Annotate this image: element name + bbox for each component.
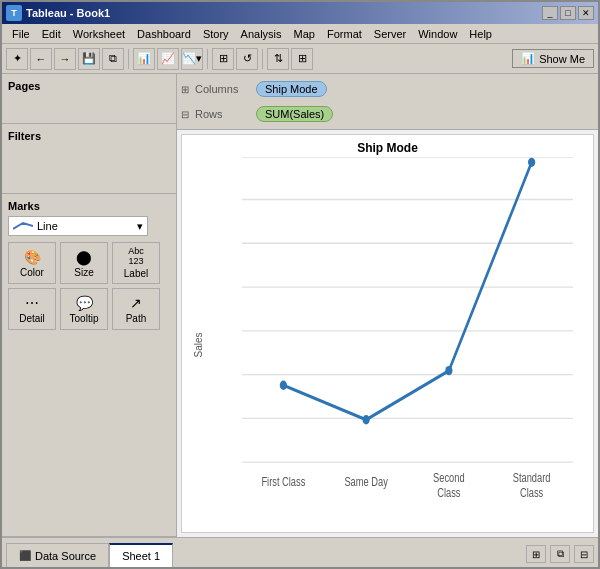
rows-icon: ⊟: [181, 109, 189, 120]
refresh-button[interactable]: ↺: [236, 48, 258, 70]
label-label: Label: [124, 268, 148, 279]
main-window: T Tableau - Book1 _ □ ✕ File Edit Worksh…: [0, 0, 600, 569]
forward-button[interactable]: →: [54, 48, 76, 70]
bottom-icons: ⊞ ⧉ ⊟: [526, 545, 594, 567]
window-controls: _ □ ✕: [542, 6, 594, 20]
line-chart-button[interactable]: 📈: [157, 48, 179, 70]
sheet1-tab[interactable]: Sheet 1: [109, 543, 173, 567]
marks-type-label: Line: [37, 220, 58, 232]
size-label: Size: [74, 267, 93, 278]
svg-text:Second: Second: [433, 471, 465, 484]
new-button[interactable]: ✦: [6, 48, 28, 70]
separator-2: [207, 49, 208, 69]
marks-type-dropdown[interactable]: Line ▾: [8, 216, 148, 236]
marks-section: Marks Line ▾ 🎨 Color: [2, 194, 176, 537]
left-panel: Pages Filters Marks Line ▾: [2, 74, 177, 537]
window-title: Tableau - Book1: [26, 7, 110, 19]
new-dashboard-button[interactable]: ⊟: [574, 545, 594, 563]
title-bar-left: T Tableau - Book1: [6, 5, 110, 21]
filters-section: Filters: [2, 124, 176, 194]
menu-window[interactable]: Window: [412, 26, 463, 42]
color-mark-button[interactable]: 🎨 Color: [8, 242, 56, 284]
data-source-label: Data Source: [35, 550, 96, 562]
chart-area: Ship Mode Sales $0: [181, 134, 594, 533]
data-point-0: [280, 381, 287, 390]
filters-label: Filters: [8, 130, 170, 142]
show-me-label: Show Me: [539, 53, 585, 65]
minimize-button[interactable]: _: [542, 6, 558, 20]
bottom-tabs: ⬛ Data Source Sheet 1 ⊞ ⧉ ⊟: [2, 537, 598, 567]
toolbar: ✦ ← → 💾 ⧉ 📊 📈 📉▾ ⊞ ↺ ⇅ ⊞ 📊 Show Me: [2, 44, 598, 74]
label-icon: Abc123: [128, 247, 144, 267]
title-bar: T Tableau - Book1 _ □ ✕: [2, 2, 598, 24]
svg-text:Standard: Standard: [513, 471, 551, 484]
right-panel: ⊞ Columns Ship Mode ⊟ Rows SUM(Sales) Sh…: [177, 74, 598, 537]
menu-format[interactable]: Format: [321, 26, 368, 42]
data-point-2: [445, 366, 452, 375]
new-sheet-button[interactable]: ⊞: [526, 545, 546, 563]
duplicate-sheet-button[interactable]: ⧉: [550, 545, 570, 563]
data-button[interactable]: ⊞: [212, 48, 234, 70]
chart-line: [283, 162, 531, 419]
separator-1: [128, 49, 129, 69]
separator-3: [262, 49, 263, 69]
marks-buttons: 🎨 Color ⬤ Size Abc123 Label ⋯ Detail: [8, 242, 170, 330]
label-mark-button[interactable]: Abc123 Label: [112, 242, 160, 284]
columns-pill[interactable]: Ship Mode: [256, 81, 327, 97]
group-button[interactable]: ⊞: [291, 48, 313, 70]
data-source-icon: ⬛: [19, 550, 31, 561]
chart-inner: Sales $0 $200,000 $400: [182, 157, 593, 532]
rows-pill[interactable]: SUM(Sales): [256, 106, 333, 122]
chart-icon: 📊: [521, 52, 535, 65]
chart-options-button[interactable]: 📉▾: [181, 48, 203, 70]
shelf-area: ⊞ Columns Ship Mode ⊟ Rows SUM(Sales): [177, 74, 598, 130]
color-label: Color: [20, 267, 44, 278]
menu-dashboard[interactable]: Dashboard: [131, 26, 197, 42]
bar-chart-button[interactable]: 📊: [133, 48, 155, 70]
duplicate-button[interactable]: ⧉: [102, 48, 124, 70]
back-button[interactable]: ←: [30, 48, 52, 70]
rows-shelf-label: Rows: [195, 108, 250, 120]
detail-label: Detail: [19, 313, 45, 324]
tooltip-mark-button[interactable]: 💬 Tooltip: [60, 288, 108, 330]
path-label: Path: [126, 313, 147, 324]
menu-story[interactable]: Story: [197, 26, 235, 42]
marks-label: Marks: [8, 200, 170, 212]
path-mark-button[interactable]: ↗ Path: [112, 288, 160, 330]
dropdown-arrow-icon: ▾: [137, 220, 143, 233]
chart-title: Ship Mode: [182, 135, 593, 157]
pages-section: Pages: [2, 74, 176, 124]
svg-text:First Class: First Class: [261, 475, 305, 488]
columns-icon: ⊞: [181, 84, 189, 95]
menu-analysis[interactable]: Analysis: [235, 26, 288, 42]
menu-bar: File Edit Worksheet Dashboard Story Anal…: [2, 24, 598, 44]
detail-icon: ⋯: [25, 295, 39, 311]
sheet1-label: Sheet 1: [122, 550, 160, 562]
menu-help[interactable]: Help: [463, 26, 498, 42]
detail-mark-button[interactable]: ⋯ Detail: [8, 288, 56, 330]
size-mark-button[interactable]: ⬤ Size: [60, 242, 108, 284]
menu-map[interactable]: Map: [288, 26, 321, 42]
menu-worksheet[interactable]: Worksheet: [67, 26, 131, 42]
save-button[interactable]: 💾: [78, 48, 100, 70]
path-icon: ↗: [130, 295, 142, 311]
close-button[interactable]: ✕: [578, 6, 594, 20]
maximize-button[interactable]: □: [560, 6, 576, 20]
menu-file[interactable]: File: [6, 26, 36, 42]
color-icon: 🎨: [24, 249, 41, 265]
rows-shelf: ⊟ Rows SUM(Sales): [181, 103, 594, 125]
app-icon: T: [6, 5, 22, 21]
menu-server[interactable]: Server: [368, 26, 412, 42]
size-icon: ⬤: [76, 249, 92, 265]
menu-edit[interactable]: Edit: [36, 26, 67, 42]
y-axis-label: Sales: [193, 332, 204, 357]
data-source-tab[interactable]: ⬛ Data Source: [6, 543, 109, 567]
chart-svg: $0 $200,000 $400,000 $600,000 $800,000 $…: [242, 157, 573, 502]
sort-button[interactable]: ⇅: [267, 48, 289, 70]
show-me-button[interactable]: 📊 Show Me: [512, 49, 594, 68]
columns-shelf-label: Columns: [195, 83, 250, 95]
columns-shelf: ⊞ Columns Ship Mode: [181, 78, 594, 100]
svg-text:Same Day: Same Day: [344, 475, 388, 488]
tooltip-label: Tooltip: [70, 313, 99, 324]
svg-text:Class: Class: [520, 486, 543, 499]
